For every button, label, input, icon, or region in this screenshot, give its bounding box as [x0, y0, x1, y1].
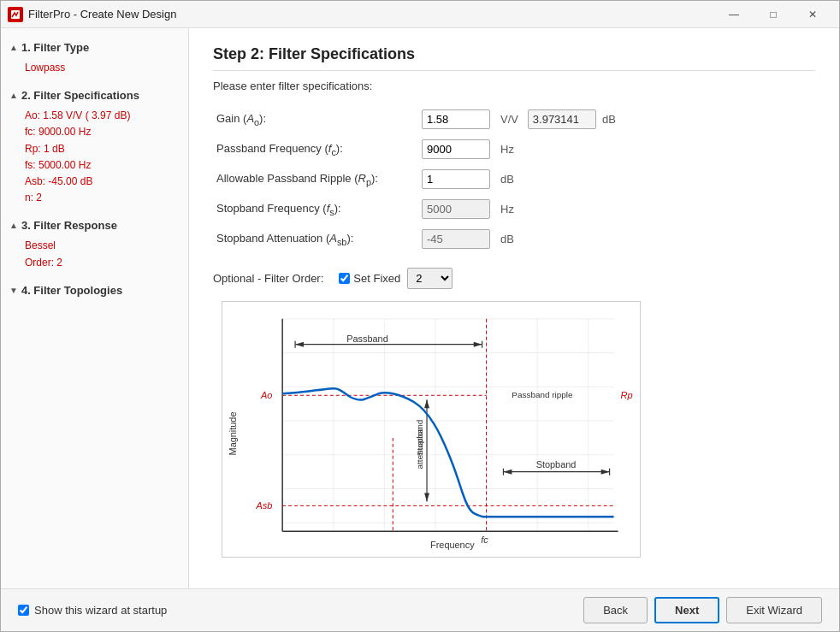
chevron-up-icon-1: ▲	[9, 43, 18, 52]
form-row-passband-freq: Passband Frequency (fc): Hz	[213, 134, 815, 164]
svg-text:Passband ripple: Passband ripple	[512, 390, 573, 399]
svg-text:Magnitude: Magnitude	[228, 411, 238, 455]
stopband-freq-input-cell	[418, 194, 495, 224]
passband-ripple-label: Allowable Passband Ripple (Rp):	[213, 164, 418, 194]
set-fixed-checkbox[interactable]	[339, 273, 350, 284]
window-title: FilterPro - Create New Design	[28, 8, 709, 21]
passband-ripple-input-cell	[418, 164, 495, 194]
stopband-freq-unit: Hz	[495, 194, 815, 224]
sidebar-spec-n: n: 2	[25, 190, 173, 206]
titlebar: FilterPro - Create New Design — □ ✕	[1, 1, 839, 28]
sidebar-response-type: Bessel	[25, 238, 173, 254]
sidebar-section-filter-type: ▲ 1. Filter Type Lowpass	[1, 37, 188, 80]
gain-unit: V/V 3.973141 dB	[495, 104, 815, 134]
show-wizard-checkbox[interactable]	[18, 605, 29, 616]
step-subtitle: Please enter filter specifications:	[213, 80, 815, 92]
sidebar-spec-ao: Ao: 1.58 V/V ( 3.97 dB)	[25, 108, 173, 124]
stopband-atten-input[interactable]	[422, 229, 490, 249]
chevron-down-icon-4: ▼	[9, 286, 18, 295]
filter-order-row: Optional - Filter Order: Set Fixed 2 1 3…	[213, 268, 815, 289]
gain-label: Gain (Ao):	[213, 104, 418, 134]
maximize-button[interactable]: □	[754, 1, 793, 28]
sidebar-spec-fc: fc: 9000.00 Hz	[25, 124, 173, 140]
passband-freq-input-cell	[418, 134, 495, 164]
svg-text:fc: fc	[481, 535, 488, 545]
main-layout: ▲ 1. Filter Type Lowpass ▲ 2. Filter Spe…	[1, 28, 839, 588]
stopband-atten-unit: dB	[495, 224, 815, 254]
specs-form: Gain (Ao): V/V 3.973141 dB Pa	[213, 104, 815, 254]
footer-right: Back Next Exit Wizard	[583, 597, 822, 623]
form-row-stopband-freq: Stopband Frequency (fs): Hz	[213, 194, 815, 224]
show-wizard-label: Show this wizard at startup	[34, 604, 167, 617]
sidebar: ▲ 1. Filter Type Lowpass ▲ 2. Filter Spe…	[1, 28, 189, 588]
sidebar-section-header-3[interactable]: ▲ 3. Filter Response	[1, 215, 188, 236]
sidebar-filter-type-value: Lowpass	[25, 60, 173, 76]
app-window: FilterPro - Create New Design — □ ✕ ▲ 1.…	[0, 0, 840, 632]
sidebar-spec-rp: Rp: 1 dB	[25, 141, 173, 157]
sidebar-response-order: Order: 2	[25, 255, 173, 271]
gain-input-cell	[418, 104, 495, 134]
sidebar-spec-fs: fs: 5000.00 Hz	[25, 157, 173, 174]
sidebar-section-content-2: Ao: 1.58 V/V ( 3.97 dB) fc: 9000.00 Hz R…	[1, 106, 188, 210]
stopband-atten-label: Stopband Attenuation (Asb):	[213, 224, 418, 254]
filter-chart: Passband Stopband Stopband attenuation	[222, 301, 641, 558]
stopband-atten-input-cell	[418, 224, 495, 254]
stopband-freq-input[interactable]	[422, 199, 490, 219]
minimize-button[interactable]: —	[714, 1, 754, 28]
form-row-gain: Gain (Ao): V/V 3.973141 dB	[213, 104, 815, 134]
passband-freq-input[interactable]	[422, 139, 490, 159]
sidebar-section-header-2[interactable]: ▲ 2. Filter Specifications	[1, 85, 188, 106]
set-fixed-checkbox-label[interactable]: Set Fixed	[339, 272, 400, 285]
gain-db-value: 3.973141	[528, 109, 596, 129]
svg-text:Asb: Asb	[255, 500, 272, 511]
form-row-passband-ripple: Allowable Passband Ripple (Rp): dB	[213, 164, 815, 194]
window-controls: — □ ✕	[714, 1, 832, 28]
app-icon	[8, 7, 23, 22]
sidebar-section-filter-response: ▲ 3. Filter Response Bessel Order: 2	[1, 215, 188, 274]
svg-text:Passband: Passband	[346, 334, 388, 344]
next-button[interactable]: Next	[654, 597, 719, 623]
svg-text:Stopband: Stopband	[536, 459, 577, 470]
sidebar-section-title-2: 2. Filter Specifications	[21, 89, 139, 102]
sidebar-section-content-1: Lowpass	[1, 58, 188, 80]
sidebar-section-title-1: 1. Filter Type	[21, 41, 89, 54]
sidebar-section-filter-specs: ▲ 2. Filter Specifications Ao: 1.58 V/V …	[1, 85, 188, 210]
passband-ripple-unit: dB	[495, 164, 815, 194]
gain-input[interactable]	[422, 109, 490, 129]
chevron-up-icon-3: ▲	[9, 221, 18, 230]
form-row-stopband-atten: Stopband Attenuation (Asb): dB	[213, 224, 815, 254]
back-button[interactable]: Back	[583, 597, 648, 623]
sidebar-section-header-1[interactable]: ▲ 1. Filter Type	[1, 37, 188, 58]
svg-text:attenuation: attenuation	[415, 427, 424, 469]
filter-order-select[interactable]: 2 1 3 4 5 6	[407, 268, 453, 289]
step-title: Step 2: Filter Specifications	[213, 45, 815, 71]
passband-ripple-input[interactable]	[422, 169, 490, 189]
gain-vv-unit: V/V	[500, 113, 518, 126]
footer-left: Show this wizard at startup	[18, 604, 167, 617]
exit-wizard-button[interactable]: Exit Wizard	[726, 597, 822, 623]
chart-svg: Passband Stopband Stopband attenuation	[222, 302, 640, 557]
sidebar-section-title-4: 4. Filter Topologies	[21, 284, 122, 297]
gain-db-unit: dB	[602, 113, 616, 126]
filter-order-label: Optional - Filter Order:	[213, 272, 323, 285]
passband-freq-label: Passband Frequency (fc):	[213, 134, 418, 164]
footer: Show this wizard at startup Back Next Ex…	[1, 588, 839, 631]
chevron-up-icon-2: ▲	[9, 91, 18, 100]
sidebar-section-content-3: Bessel Order: 2	[1, 236, 188, 274]
sidebar-section-header-4[interactable]: ▼ 4. Filter Topologies	[1, 280, 188, 301]
svg-rect-1	[223, 302, 640, 557]
svg-text:Frequency: Frequency	[430, 540, 475, 550]
stopband-freq-label: Stopband Frequency (fs):	[213, 194, 418, 224]
close-button[interactable]: ✕	[793, 1, 832, 28]
svg-text:Ao: Ao	[260, 390, 272, 400]
sidebar-spec-asb: Asb: -45.00 dB	[25, 174, 173, 190]
sidebar-section-title-3: 3. Filter Response	[21, 219, 117, 232]
set-fixed-label: Set Fixed	[353, 272, 400, 285]
sidebar-section-filter-topologies: ▼ 4. Filter Topologies	[1, 280, 188, 301]
svg-text:Rp: Rp	[621, 390, 633, 400]
content-area: Step 2: Filter Specifications Please ent…	[189, 28, 839, 588]
passband-freq-unit: Hz	[495, 134, 815, 164]
